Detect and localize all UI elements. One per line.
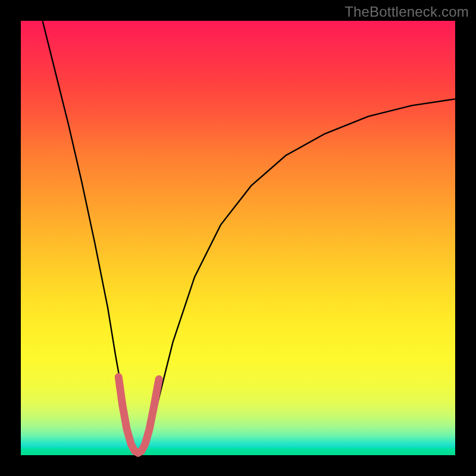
bottleneck-curve [43, 21, 456, 453]
plot-area [21, 21, 455, 455]
minimum-highlight [118, 377, 159, 453]
chart-frame: TheBottleneck.com [0, 0, 476, 476]
curves-svg [21, 21, 455, 455]
watermark-text: TheBottleneck.com [345, 4, 469, 20]
